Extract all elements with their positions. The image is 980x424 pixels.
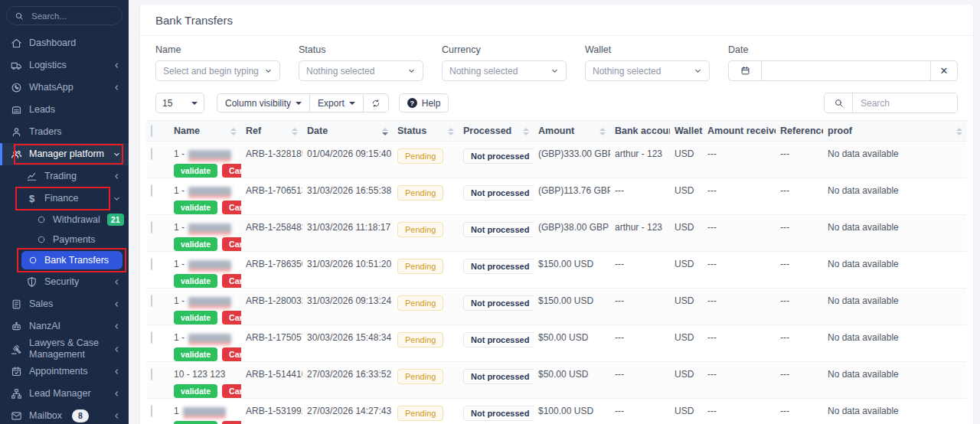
status-badge: Pending — [397, 406, 443, 421]
filter-name: NameSelect and begin typing — [155, 44, 280, 81]
row-checkbox[interactable] — [151, 258, 152, 270]
chevron-left-icon — [113, 300, 121, 308]
row-checkbox[interactable] — [151, 331, 152, 344]
cancel-button[interactable]: Cancel — [222, 237, 241, 251]
validate-button[interactable]: validate — [174, 164, 217, 178]
cancel-button[interactable]: Cancel — [222, 384, 241, 398]
cancel-button[interactable]: Cancel — [222, 421, 241, 424]
cell-processed: Not processed — [459, 362, 534, 399]
sidebar-item-traders[interactable]: Traders — [0, 121, 129, 143]
refresh-button[interactable] — [363, 93, 389, 113]
table-search-input[interactable] — [853, 93, 957, 113]
sidebar-item-nanzai[interactable]: NanzAI — [0, 315, 129, 338]
row-checkbox[interactable] — [151, 184, 152, 197]
refresh-icon — [371, 99, 381, 108]
row-actions: validateCancel — [174, 164, 237, 178]
sidebar-item-lawyers-case-management[interactable]: Lawyers & Case Management — [0, 338, 129, 360]
validate-button[interactable]: validate — [174, 311, 217, 325]
whatsapp-icon — [11, 82, 22, 93]
sort-icon[interactable] — [599, 128, 606, 135]
cancel-button[interactable]: Cancel — [222, 347, 241, 361]
sidebar-item-bank-transfers[interactable]: Bank Transfers — [21, 251, 122, 269]
sidebar-item-leads[interactable]: Leads — [0, 99, 129, 121]
sort-icon[interactable] — [292, 128, 298, 135]
sidebar-item-appointments[interactable]: Appointments — [0, 360, 129, 383]
sort-icon[interactable] — [523, 128, 529, 135]
filter-label: Currency — [442, 44, 567, 55]
sidebar-item-label: Dashboard — [29, 38, 76, 49]
status-badge: Pending — [397, 222, 443, 237]
sidebar-item-security[interactable]: Security — [0, 271, 129, 293]
sidebar-item-manager-platform[interactable]: Manager platform — [0, 143, 129, 165]
app-root: DashboardLogisticsWhatsAppLeadsTradersMa… — [0, 0, 980, 424]
filter-status-select[interactable]: Nothing selected — [299, 60, 423, 81]
export-label: Export — [318, 98, 345, 109]
sort-icon[interactable] — [230, 128, 237, 135]
column-visibility-button[interactable]: Column visibility — [217, 93, 309, 113]
select-all-checkbox[interactable] — [151, 125, 152, 137]
cancel-button[interactable]: Cancel — [222, 201, 241, 214]
sidebar-item-whatsapp[interactable]: WhatsApp — [0, 77, 129, 99]
cell-ref: ARB-1-514410 — [241, 362, 302, 399]
sidebar-item-sales[interactable]: Sales — [0, 293, 129, 315]
sidebar-item-mailbox[interactable]: Mailbox8 — [0, 405, 129, 424]
row-checkbox[interactable] — [151, 148, 152, 160]
sidebar-item-label: Finance — [44, 193, 78, 204]
filter-name-select[interactable]: Select and begin typing — [155, 60, 280, 81]
validate-button[interactable]: validate — [174, 421, 217, 424]
sidebar-item-trading[interactable]: Trading — [0, 165, 129, 188]
filter-wallet-select[interactable]: Nothing selected — [585, 60, 710, 81]
cancel-button[interactable]: Cancel — [222, 311, 241, 325]
cell-ref: ARB-1-328185 — [241, 142, 302, 178]
validate-button[interactable]: validate — [174, 237, 217, 251]
cell-bank-account: --- — [610, 399, 670, 424]
sidebar-item-withdrawal[interactable]: Withdrawal21 — [0, 210, 129, 230]
cell-checkbox — [146, 215, 169, 252]
validate-button[interactable]: validate — [174, 384, 217, 398]
clear-date-button[interactable]: ✕ — [930, 61, 957, 80]
export-button[interactable]: Export — [309, 93, 363, 113]
cell-reference: --- — [776, 252, 823, 289]
row-checkbox[interactable] — [151, 295, 152, 307]
sidebar-search-input[interactable] — [30, 11, 114, 21]
row-checkbox[interactable] — [151, 221, 152, 233]
sidebar-search[interactable] — [6, 6, 122, 25]
sort-icon[interactable] — [956, 128, 962, 135]
processed-badge: Not processed — [463, 295, 534, 311]
cell-amount-received: --- — [703, 252, 776, 289]
cell-reference: --- — [776, 399, 823, 424]
date-filter-input[interactable] — [762, 61, 930, 80]
chevron-down-icon — [407, 67, 416, 75]
cell-proof: No data available — [823, 178, 967, 215]
cancel-button[interactable]: Cancel — [222, 164, 241, 178]
column-visibility-label: Column visibility — [225, 98, 291, 109]
cell-checkbox — [146, 399, 169, 424]
cell-bank-account: --- — [610, 178, 670, 215]
cell-checkbox — [146, 178, 169, 215]
sort-icon[interactable] — [448, 128, 454, 135]
cancel-button[interactable]: Cancel — [222, 274, 241, 288]
row-checkbox[interactable] — [151, 368, 152, 380]
validate-button[interactable]: validate — [174, 201, 217, 214]
cell-processed: Not processed — [459, 399, 534, 424]
help-button[interactable]: ? Help — [399, 93, 449, 113]
validate-button[interactable]: validate — [174, 274, 217, 288]
sidebar-item-dashboard[interactable]: Dashboard — [0, 32, 129, 54]
table-row: 1 -validateCancelARB-1-70651331/03/2026 … — [146, 178, 967, 215]
page-size-select[interactable]: 15 — [155, 93, 204, 113]
chevron-down-icon — [113, 150, 121, 158]
sidebar-item-payments[interactable]: Payments — [0, 230, 129, 250]
cell-date: 31/03/2026 10:51:20 — [302, 252, 393, 289]
sidebar-item-lead-manager[interactable]: Lead Manager — [0, 383, 129, 405]
chevron-left-icon — [113, 367, 121, 376]
filter-currency-select[interactable]: Nothing selected — [442, 60, 567, 81]
sidebar-item-logistics[interactable]: Logistics — [0, 54, 129, 77]
calendar-button[interactable] — [729, 61, 762, 80]
name-text: 1 - — [174, 295, 185, 306]
column-label: Bank account — [615, 126, 670, 136]
sort-icon[interactable] — [382, 128, 388, 135]
sidebar-item-finance[interactable]: $Finance — [0, 188, 129, 210]
validate-button[interactable]: validate — [174, 347, 217, 361]
calendar-icon — [740, 66, 750, 76]
row-checkbox[interactable] — [151, 405, 152, 417]
